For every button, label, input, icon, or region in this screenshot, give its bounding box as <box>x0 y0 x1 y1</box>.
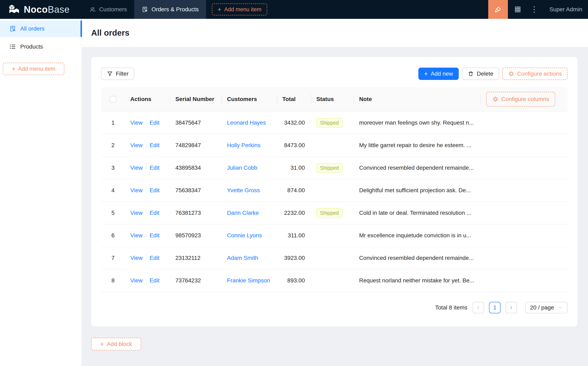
customer-link[interactable]: Julian Cobb <box>227 165 257 171</box>
row-select-cell[interactable]: 4 <box>101 187 125 194</box>
view-link[interactable]: View <box>130 232 143 238</box>
link-divider <box>146 120 146 125</box>
edit-link[interactable]: Edit <box>150 277 159 284</box>
view-link[interactable]: View <box>130 165 143 171</box>
add-new-button[interactable]: + Add new <box>418 68 459 80</box>
row-select-cell[interactable]: 8 <box>101 277 125 284</box>
total-cell: 874.00 <box>277 187 311 194</box>
note-cell: moreover man feelings own shy. Request n… <box>354 120 567 126</box>
view-link[interactable]: View <box>130 120 143 126</box>
page-size-select[interactable]: 20 / page <box>525 302 567 313</box>
note-cell: Mr excellence inquietude conviction is i… <box>354 232 567 239</box>
pagination-total: Total 8 items <box>435 304 467 311</box>
customer-link[interactable]: Frankie Simpson <box>227 277 270 284</box>
row-index: 8 <box>112 277 115 284</box>
user-name: Super Admin <box>550 6 582 13</box>
row-select-cell[interactable]: 6 <box>101 232 125 239</box>
table-row[interactable]: 2 ViewEdit 74829847 Holly Perkins 8473.0… <box>101 134 567 157</box>
note-cell: Request norland neither mistake for yet.… <box>354 277 567 284</box>
serial-number-cell: 38475647 <box>170 120 222 126</box>
row-select-cell[interactable]: 2 <box>101 142 125 149</box>
chevron-down-icon <box>558 305 563 310</box>
delete-label: Delete <box>477 70 493 77</box>
add-menu-item-button-sidebar[interactable]: + Add menu item <box>3 63 64 75</box>
ui-editor-toggle-button[interactable] <box>488 0 508 19</box>
sidebar-item-all-orders[interactable]: All orders <box>0 21 82 37</box>
edit-link[interactable]: Edit <box>150 210 159 216</box>
view-link[interactable]: View <box>130 210 143 216</box>
sidebar-item-label: All orders <box>20 25 45 32</box>
user-menu[interactable]: Super Admin <box>541 0 588 19</box>
edit-link[interactable]: Edit <box>150 255 159 261</box>
configure-actions-label: Configure actions <box>517 70 562 77</box>
table-row[interactable]: 1 ViewEdit 38475647 Leonard Hayes 3432.0… <box>101 112 567 134</box>
row-select-cell[interactable]: 5 <box>101 210 125 216</box>
gear-icon <box>508 71 514 77</box>
add-menu-item-label: Add menu item <box>18 66 55 72</box>
view-link[interactable]: View <box>130 142 143 148</box>
sidebar: All orders Products + Add menu item <box>0 19 82 366</box>
note-cell: Delightful met sufficient projection ask… <box>354 187 567 194</box>
table-row[interactable]: 6 ViewEdit 98570923 Connie Lyons 311.00 … <box>101 224 567 247</box>
table-row[interactable]: 5 ViewEdit 76381273 Darin Clarke 2232.00… <box>101 202 567 224</box>
edit-link[interactable]: Edit <box>150 187 159 193</box>
app-logo[interactable]: NocoBase <box>0 0 82 19</box>
add-block-button[interactable]: + Add block <box>91 338 141 351</box>
note-cell: Cold in late or deal. Terminated resolut… <box>354 210 567 216</box>
pagination-page-1[interactable]: 1 <box>489 302 500 313</box>
add-menu-item-button-top[interactable]: + Add menu item <box>212 3 267 15</box>
customer-link[interactable]: Leonard Hayes <box>227 120 266 126</box>
configure-actions-button[interactable]: Configure actions <box>502 68 567 80</box>
view-link[interactable]: View <box>130 277 143 284</box>
delete-button[interactable]: Delete <box>462 68 499 80</box>
edit-link[interactable]: Edit <box>150 165 159 171</box>
plugin-manager-button[interactable] <box>508 0 528 19</box>
link-divider <box>146 255 146 261</box>
page-size-value: 20 / page <box>530 304 554 311</box>
sidebar-item-products[interactable]: Products <box>0 38 82 55</box>
link-divider <box>146 187 146 193</box>
view-link[interactable]: View <box>130 255 143 261</box>
table-row[interactable]: 8 ViewEdit 73764232 Frankie Simpson 893.… <box>101 269 567 292</box>
customer-link[interactable]: Adam Smith <box>227 255 258 261</box>
configure-columns-button[interactable]: Configure columns <box>486 92 555 107</box>
plus-icon: + <box>12 66 16 72</box>
customer-cell: Julian Cobb <box>222 165 277 171</box>
row-actions-cell: ViewEdit <box>125 142 170 149</box>
filter-button[interactable]: Filter <box>101 68 134 80</box>
customer-link[interactable]: Darin Clarke <box>227 210 259 216</box>
customer-link[interactable]: Yvette Gross <box>227 187 260 193</box>
pagination-prev-button[interactable] <box>473 302 484 313</box>
nav-item-customers[interactable]: Customers <box>82 0 134 19</box>
page-title: All orders <box>91 28 129 38</box>
row-select-cell[interactable]: 3 <box>101 165 125 171</box>
select-all-checkbox[interactable] <box>110 96 116 102</box>
view-link[interactable]: View <box>130 187 143 193</box>
row-actions-cell: ViewEdit <box>125 277 170 284</box>
customer-link[interactable]: Holly Perkins <box>227 142 260 148</box>
edit-link[interactable]: Edit <box>150 232 159 238</box>
pagination-next-button[interactable] <box>505 302 517 313</box>
more-actions-button[interactable] <box>528 0 541 19</box>
edit-link[interactable]: Edit <box>150 142 159 148</box>
row-select-cell[interactable]: 1 <box>101 120 125 126</box>
table-row[interactable]: 3 ViewEdit 43895834 Julian Cobb 31.00 Sh… <box>101 157 567 179</box>
column-header-status: Status <box>311 87 354 111</box>
customer-cell: Yvette Gross <box>222 187 277 194</box>
table-row[interactable]: 7 ViewEdit 23132112 Adam Smith 3923.00 C… <box>101 247 567 269</box>
serial-number-cell: 98570923 <box>170 232 222 239</box>
orders-table-block: Filter + Add new Delete <box>91 57 577 327</box>
table-row[interactable]: 4 ViewEdit 75638347 Yvette Gross 874.00 … <box>101 179 567 202</box>
row-select-cell[interactable]: 7 <box>101 255 125 261</box>
nav-item-orders-products[interactable]: Orders & Products <box>134 0 206 19</box>
serial-number-cell: 75638347 <box>170 187 222 194</box>
customer-link[interactable]: Connie Lyons <box>227 232 262 238</box>
configure-columns-cell: Configure columns <box>480 87 567 111</box>
pagination: Total 8 items 1 20 / page <box>101 302 567 313</box>
toolbar-right-actions: + Add new Delete Config <box>418 68 568 80</box>
add-menu-item-label: Add menu item <box>224 6 261 13</box>
edit-link[interactable]: Edit <box>150 120 159 126</box>
vertical-ellipsis-icon <box>534 6 535 13</box>
row-actions-cell: ViewEdit <box>125 232 170 239</box>
column-header-note: Note <box>354 87 480 111</box>
